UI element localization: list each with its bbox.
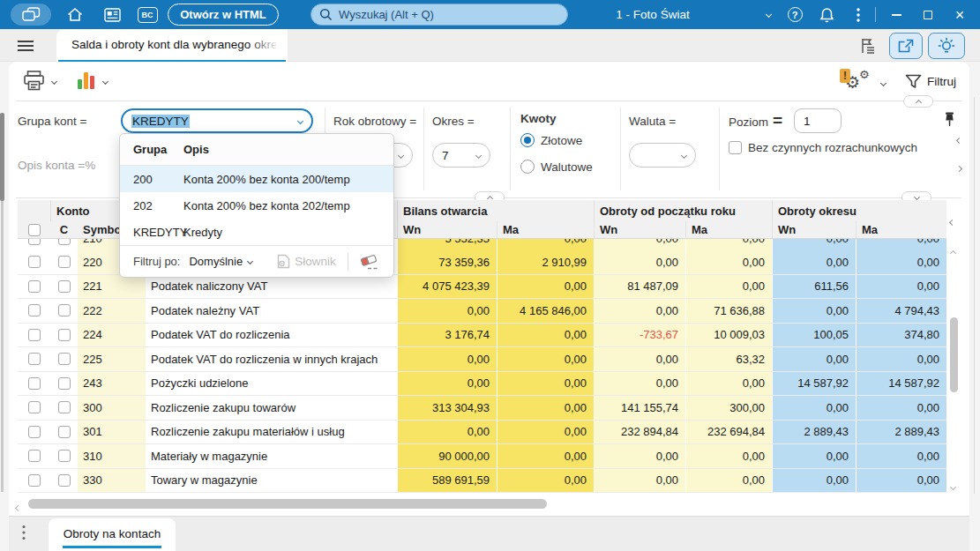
cell-okresu-ma: 2 889,43: [856, 421, 946, 444]
column-header-bilans-ma[interactable]: Ma: [497, 221, 594, 238]
column-group-bilans-otwarcia[interactable]: Bilans otwarcia: [397, 200, 594, 221]
radio-zlotowe[interactable]: Złotowe: [520, 133, 582, 147]
close-button[interactable]: ×: [947, 0, 972, 29]
row-select-checkbox[interactable]: [28, 329, 41, 341]
column-header-okresu-ma[interactable]: Ma: [856, 221, 946, 238]
row-select-checkbox[interactable]: [28, 401, 41, 413]
horizontal-scrollbar-thumb[interactable]: [28, 499, 547, 509]
table-row[interactable]: 310 Materiały w magazynie 90 000,00 0,00…: [18, 444, 946, 469]
radio-walutowe[interactable]: Walutowe: [520, 160, 593, 174]
notifications-button[interactable]: [813, 0, 840, 29]
column-header-bilans-wn[interactable]: Wn: [397, 221, 497, 238]
dropdown-option[interactable]: KREDYTY Kredyty: [120, 219, 393, 245]
column-header-okresu-wn[interactable]: Wn: [772, 221, 856, 238]
minimize-button[interactable]: [884, 0, 909, 29]
row-select-checkbox[interactable]: [28, 377, 41, 390]
panel-left-chevron[interactable]: [957, 132, 961, 145]
app-windows-button[interactable]: [11, 4, 51, 26]
okres-combobox[interactable]: 7: [432, 143, 490, 168]
grupa-kont-combobox[interactable]: KREDYTY: [121, 108, 313, 133]
pin-filter-panel-button[interactable]: [944, 112, 955, 127]
dropdown-option[interactable]: 200 Konta 200% bez konta 200/temp: [120, 166, 393, 192]
row-select-checkbox[interactable]: [28, 239, 41, 245]
print-button[interactable]: [23, 71, 45, 91]
row-c-checkbox[interactable]: [58, 377, 71, 390]
bez-czynnych-checkbox[interactable]: Bez czynnych rozrachunkowych: [729, 141, 917, 154]
chart-button[interactable]: [78, 71, 94, 89]
row-c-checkbox[interactable]: [58, 401, 71, 413]
row-c-checkbox[interactable]: [58, 450, 71, 462]
tab-obroty-na-kontach[interactable]: Obroty na kontach: [49, 518, 176, 551]
global-search-input[interactable]: Wyszukaj (Alt + Q): [310, 4, 568, 26]
cell-okresu-ma: 0,00: [856, 347, 946, 371]
table-row[interactable]: 330 Towary w magazynie 589 691,59 0,00 0…: [18, 469, 946, 494]
maximize-button[interactable]: [916, 0, 940, 29]
open-in-html-button[interactable]: Otwórz w HTML: [168, 4, 279, 26]
company-chevron[interactable]: [755, 0, 782, 29]
slownik-button[interactable]: Słownik: [277, 254, 336, 269]
collapse-side-panel-chevron[interactable]: [950, 214, 954, 227]
column-group-obroty-okresu[interactable]: Obroty okresu: [772, 200, 946, 221]
filter-button[interactable]: Filtruj: [905, 74, 956, 89]
vscroll-up-button[interactable]: [951, 245, 955, 258]
home-icon: [67, 7, 83, 22]
row-select-checkbox[interactable]: [28, 426, 41, 438]
bc-button[interactable]: BC: [134, 0, 161, 29]
vscroll-down-button[interactable]: [951, 479, 955, 492]
organizer-panel-button[interactable]: [859, 37, 878, 55]
row-c-checkbox[interactable]: [58, 304, 71, 316]
filter-mode-select[interactable]: Domyślnie: [189, 255, 252, 268]
bottom-kebab-menu[interactable]: [22, 525, 29, 540]
panel-right-chevron[interactable]: [957, 160, 961, 174]
table-row[interactable]: 225 Podatek VAT do rozliczenia w innych …: [18, 347, 946, 372]
row-select-checkbox[interactable]: [28, 280, 41, 293]
row-select-checkbox[interactable]: [28, 474, 41, 487]
chart-menu-chevron[interactable]: [103, 79, 108, 84]
more-menu-button[interactable]: [845, 0, 872, 29]
select-all-checkbox[interactable]: [28, 224, 41, 236]
row-c-checkbox[interactable]: [58, 256, 71, 268]
row-c-checkbox[interactable]: [58, 426, 71, 438]
cell-account-name: Podatek należny VAT: [146, 299, 397, 323]
kebab-menu-icon: [857, 8, 860, 22]
row-c-checkbox[interactable]: [58, 280, 71, 293]
column-group-obroty-roku[interactable]: Obroty od początku roku: [594, 200, 772, 221]
row-select-checkbox[interactable]: [28, 353, 41, 365]
row-select-checkbox[interactable]: [28, 450, 41, 462]
row-c-checkbox[interactable]: [58, 239, 71, 245]
table-row[interactable]: 301 Rozliczenie zakupu materiałów i usłu…: [18, 421, 946, 445]
collapse-toolbar-pill[interactable]: [903, 95, 933, 108]
assistant-button[interactable]: [928, 33, 965, 59]
column-header-roku-wn[interactable]: Wn: [594, 221, 685, 238]
settings-menu-chevron[interactable]: [881, 81, 886, 86]
row-c-checkbox[interactable]: [58, 329, 71, 341]
hamburger-menu-button[interactable]: [18, 41, 34, 51]
vertical-scrollbar-thumb[interactable]: [950, 317, 958, 392]
waluta-combobox[interactable]: [629, 143, 696, 168]
print-menu-chevron[interactable]: [52, 79, 56, 84]
company-selector[interactable]: 1 - Foto Świat: [565, 0, 741, 29]
cell-bilans-wn: 5 552,35: [397, 239, 497, 250]
table-row[interactable]: 243 Pożyczki udzielone 0,00 0,00 0,00 0,…: [18, 372, 946, 397]
hscroll-left-button[interactable]: [16, 500, 20, 513]
poziom-input[interactable]: 1: [794, 108, 842, 133]
share-button[interactable]: [889, 33, 923, 59]
row-select-checkbox[interactable]: [28, 304, 41, 316]
home-button[interactable]: [62, 0, 88, 29]
window-edge-handle[interactable]: [0, 113, 4, 201]
column-header-c[interactable]: C: [50, 221, 78, 238]
table-row[interactable]: 300 Rozliczenie zakupu towarów 313 304,9…: [18, 396, 946, 421]
table-row[interactable]: 222 Podatek należny VAT 0,00 4 165 846,0…: [18, 299, 946, 324]
news-button[interactable]: [99, 0, 125, 29]
tab-salda-i-obroty[interactable]: Salda i obroty kont dla wybranego okre: [56, 29, 288, 63]
row-c-checkbox[interactable]: [58, 474, 71, 487]
cell-okresu-ma: 0,00: [856, 469, 946, 493]
table-row[interactable]: 224 Podatek VAT do rozliczenia 3 176,74 …: [18, 324, 946, 348]
help-button[interactable]: ?: [782, 0, 808, 29]
clear-filter-eraser-button[interactable]: [358, 253, 379, 270]
column-header-roku-ma[interactable]: Ma: [685, 221, 772, 238]
row-select-checkbox[interactable]: [28, 256, 41, 268]
row-c-checkbox[interactable]: [58, 353, 71, 365]
table-row[interactable]: 221 Podatek naliczony VAT 4 075 423,39 0…: [18, 275, 946, 300]
dropdown-option[interactable]: 202 Konta 200% bez konta 202/temp: [120, 192, 393, 219]
